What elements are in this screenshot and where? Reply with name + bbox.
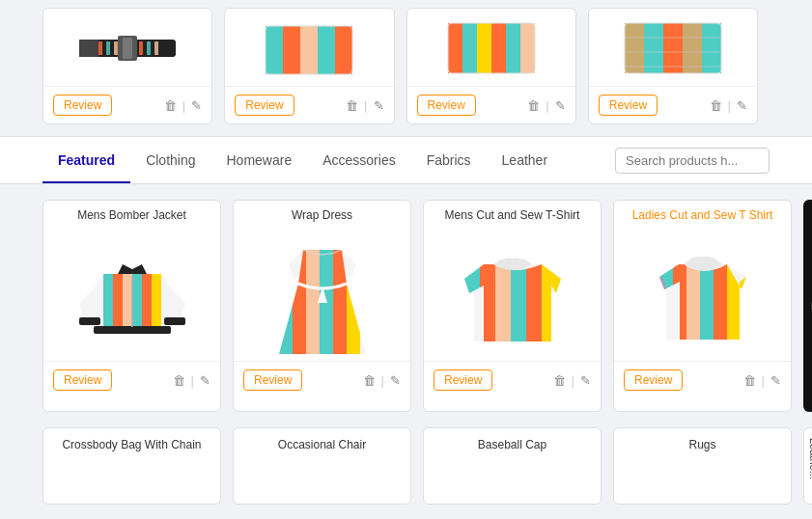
delete-icon-top-2[interactable]: 🗑 [346,98,358,113]
top-card-3-image [407,9,575,86]
svg-rect-53 [495,264,511,341]
product-title-dress: Wrap Dress [234,201,410,226]
review-button-dress[interactable]: Review [243,369,302,391]
partial-card-right: + [803,200,812,412]
svg-rect-12 [283,26,300,74]
products-section: Mens Bomber Jacket [0,184,812,519]
delete-icon-ladies-tshirt[interactable]: 🗑 [743,373,756,388]
product-footer-ladies-tshirt: Review 🗑 | ✎ [614,361,791,398]
search-input[interactable] [615,148,770,174]
product-image-svg-4 [615,18,731,76]
mens-tshirt-svg [450,231,575,356]
delete-icon-dress[interactable]: 🗑 [363,373,376,388]
svg-rect-21 [491,23,506,73]
review-button-bomber[interactable]: Review [53,369,112,391]
svg-rect-60 [700,262,714,340]
svg-rect-43 [94,326,171,334]
svg-rect-27 [644,23,663,73]
product-image-area-dress [234,226,410,361]
action-icons-bomber: 🗑 | ✎ [173,373,210,388]
product-title-chair: Occasional Chair [234,428,410,459]
svg-rect-22 [506,23,520,73]
delete-icon-bomber[interactable]: 🗑 [173,373,185,388]
review-button-top-4[interactable]: Review [599,95,658,116]
svg-rect-8 [147,41,151,55]
delete-icon-top-4[interactable]: 🗑 [710,98,722,113]
tab-featured[interactable]: Featured [42,139,130,183]
svg-rect-20 [477,23,491,73]
edit-icon-top-2[interactable]: ✎ [374,98,384,113]
delete-icon-top-1[interactable]: 🗑 [164,98,177,113]
product-title-rugs: Rugs [614,428,791,459]
review-button-ladies-tshirt[interactable]: Review [624,369,683,391]
svg-rect-38 [132,274,142,332]
edit-icon-top-1[interactable]: ✎ [191,98,202,113]
svg-rect-56 [542,264,561,341]
svg-rect-30 [702,23,721,73]
product-title-bomber: Mens Bomber Jacket [43,201,220,226]
svg-rect-37 [123,274,132,332]
main-products-row: Mens Bomber Jacket [42,200,770,412]
svg-rect-14 [318,26,335,74]
product-title-cap: Baseball Cap [424,428,601,459]
tab-fabrics[interactable]: Fabrics [411,139,487,183]
tab-clothing[interactable]: Clothing [130,139,210,183]
edit-icon-bomber[interactable]: ✎ [200,373,210,388]
action-icons-dress: 🗑 | ✎ [363,373,401,388]
svg-rect-18 [448,23,462,73]
edit-icon-dress[interactable]: ✎ [390,373,401,388]
divider-top-3: | [546,98,548,113]
product-card-dress: Wrap Dress [233,200,411,412]
svg-rect-7 [139,41,143,55]
svg-rect-42 [164,317,185,325]
top-card-1: Review 🗑 | ✎ [42,8,212,124]
product-card-crossbody: Crossbody Bag With Chain [42,427,221,505]
top-card-1-actions: Review 🗑 | ✎ [43,86,211,123]
divider-top-2: | [364,98,367,113]
divider-mens-tshirt: | [572,373,574,388]
svg-rect-13 [300,26,318,74]
tab-leather[interactable]: Leather [487,139,563,183]
svg-rect-23 [520,23,535,73]
review-button-top-3[interactable]: Review [417,95,476,116]
svg-rect-19 [462,23,477,73]
review-button-top-2[interactable]: Review [235,95,294,116]
edit-icon-mens-tshirt[interactable]: ✎ [580,373,591,388]
divider-ladies-tshirt: | [762,373,765,388]
product-card-bomber: Mens Bomber Jacket [42,200,221,412]
top-card-3: Review 🗑 | ✎ [406,8,576,124]
ladies-tshirt-svg [640,231,766,356]
partial-card-bottom-right: Leathe... [803,427,812,505]
tab-homeware[interactable]: Homeware [211,139,308,183]
top-card-3-actions: Review 🗑 | ✎ [407,86,575,123]
svg-rect-61 [714,262,727,340]
delete-icon-top-3[interactable]: 🗑 [527,98,540,113]
svg-rect-36 [113,274,123,332]
divider-top-1: | [182,98,185,113]
action-icons-ladies-tshirt: 🗑 | ✎ [743,373,781,388]
tab-accessories[interactable]: Accessories [307,139,410,183]
svg-rect-28 [663,23,683,73]
divider-dress: | [381,373,384,388]
svg-rect-4 [98,41,102,55]
top-card-4-actions: Review 🗑 | ✎ [589,86,757,123]
svg-rect-6 [114,41,118,55]
svg-rect-5 [106,41,110,55]
review-button-mens-tshirt[interactable]: Review [434,369,492,391]
svg-rect-15 [335,26,352,74]
svg-rect-55 [526,264,542,341]
review-button-top-1[interactable]: Review [53,95,112,116]
action-icons-top-1: 🗑 | ✎ [164,98,202,113]
product-image-area-mens-tshirt [424,226,601,361]
svg-rect-35 [103,274,113,332]
product-card-chair: Occasional Chair [233,427,411,505]
svg-rect-54 [511,264,526,341]
product-card-cap: Baseball Cap [423,427,602,505]
svg-rect-41 [79,317,100,325]
delete-icon-mens-tshirt[interactable]: 🗑 [553,373,566,388]
product-image-area-ladies-tshirt [614,226,791,361]
edit-icon-top-3[interactable]: ✎ [555,98,566,113]
edit-icon-top-4[interactable]: ✎ [737,98,747,113]
svg-rect-29 [683,23,702,73]
edit-icon-ladies-tshirt[interactable]: ✎ [770,373,781,388]
